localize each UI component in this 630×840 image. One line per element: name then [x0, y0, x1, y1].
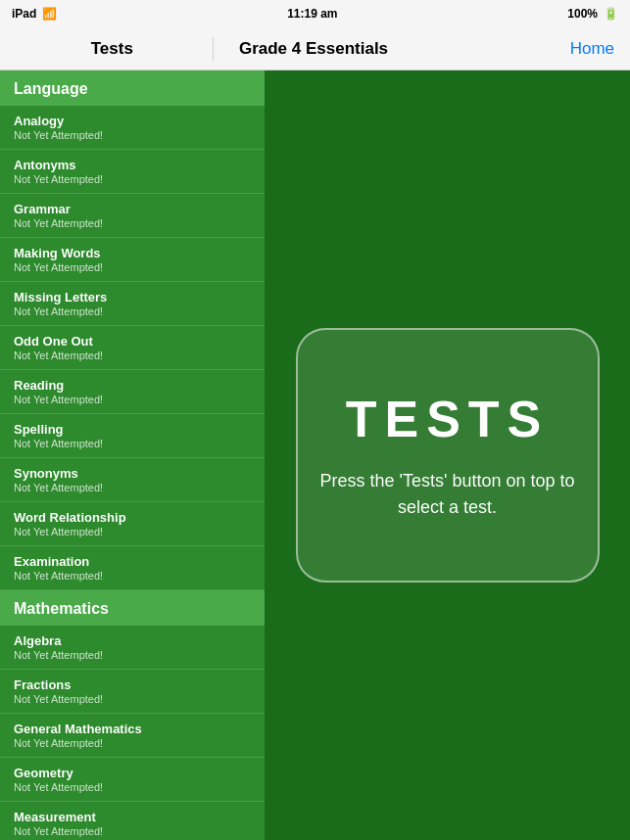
time-label: 11:19 am [287, 7, 337, 21]
item-title-0-4: Missing Letters [14, 290, 251, 304]
list-item-0-5[interactable]: Odd One OutNot Yet Attempted! [0, 326, 265, 370]
item-subtitle-1-2: Not Yet Attempted! [14, 737, 251, 749]
item-subtitle-1-0: Not Yet Attempted! [14, 649, 251, 661]
item-subtitle-0-9: Not Yet Attempted! [14, 526, 251, 537]
list-item-0-7[interactable]: SpellingNot Yet Attempted! [0, 414, 265, 458]
list-item-1-3[interactable]: GeometryNot Yet Attempted! [0, 758, 265, 802]
list-item-1-1[interactable]: FractionsNot Yet Attempted! [0, 670, 265, 714]
list-item-0-0[interactable]: AnalogyNot Yet Attempted! [0, 106, 265, 150]
nav-bar: Tests Grade 4 Essentials Home [0, 27, 630, 70]
list-item-0-10[interactable]: ExaminationNot Yet Attempted! [0, 546, 265, 590]
list-item-0-9[interactable]: Word RelationshipNot Yet Attempted! [0, 502, 265, 546]
item-title-0-0: Analogy [14, 114, 251, 128]
tests-big-title: TESTS [346, 390, 550, 448]
item-subtitle-0-8: Not Yet Attempted! [14, 482, 251, 493]
item-subtitle-0-5: Not Yet Attempted! [14, 350, 251, 361]
item-subtitle-0-2: Not Yet Attempted! [14, 217, 251, 229]
section-header-1: Mathematics [0, 590, 265, 626]
item-title-0-2: Grammar [14, 202, 251, 216]
battery-label: 100% [567, 7, 598, 21]
item-subtitle-0-1: Not Yet Attempted! [14, 173, 251, 185]
status-left: iPad 📶 [12, 7, 57, 21]
item-subtitle-0-4: Not Yet Attempted! [14, 305, 251, 317]
item-title-1-1: Fractions [14, 677, 251, 692]
item-subtitle-1-3: Not Yet Attempted! [14, 781, 251, 793]
list-item-1-4[interactable]: MeasurementNot Yet Attempted! [0, 802, 265, 840]
battery-icon: 🔋 [604, 7, 618, 21]
item-subtitle-0-6: Not Yet Attempted! [14, 394, 251, 405]
item-subtitle-0-0: Not Yet Attempted! [14, 129, 251, 141]
tests-instruction: Press the 'Tests' button on top to selec… [298, 468, 598, 521]
nav-title-grade: Grade 4 Essentials [214, 39, 414, 59]
status-bar: iPad 📶 11:19 am 100% 🔋 [0, 0, 630, 27]
tests-card: TESTS Press the 'Tests' button on top to… [296, 328, 600, 583]
home-button[interactable]: Home [413, 39, 630, 59]
carrier-label: iPad [12, 7, 36, 21]
list-item-0-8[interactable]: SynonymsNot Yet Attempted! [0, 458, 265, 502]
item-subtitle-1-4: Not Yet Attempted! [14, 825, 251, 837]
item-title-0-8: Synonyms [14, 466, 251, 481]
main-container: LanguageAnalogyNot Yet Attempted!Antonym… [0, 70, 630, 840]
item-title-0-7: Spelling [14, 422, 251, 437]
item-subtitle-0-7: Not Yet Attempted! [14, 438, 251, 449]
content-area: TESTS Press the 'Tests' button on top to… [265, 70, 630, 840]
list-item-0-2[interactable]: GrammarNot Yet Attempted! [0, 194, 265, 238]
list-item-1-0[interactable]: AlgebraNot Yet Attempted! [0, 626, 265, 670]
nav-title-tests[interactable]: Tests [0, 39, 213, 59]
item-title-1-2: General Mathematics [14, 722, 251, 736]
list-item-0-4[interactable]: Missing LettersNot Yet Attempted! [0, 282, 265, 326]
item-title-1-0: Algebra [14, 633, 251, 648]
list-item-0-6[interactable]: ReadingNot Yet Attempted! [0, 370, 265, 414]
item-title-0-1: Antonyms [14, 158, 251, 172]
list-item-0-1[interactable]: AntonymsNot Yet Attempted! [0, 150, 265, 194]
item-subtitle-1-1: Not Yet Attempted! [14, 693, 251, 705]
item-title-1-4: Measurement [14, 810, 251, 824]
status-right: 100% 🔋 [567, 7, 618, 21]
list-item-1-2[interactable]: General MathematicsNot Yet Attempted! [0, 714, 265, 758]
item-title-0-3: Making Words [14, 246, 251, 260]
item-subtitle-0-3: Not Yet Attempted! [14, 261, 251, 273]
item-title-0-9: Word Relationship [14, 510, 251, 525]
item-subtitle-0-10: Not Yet Attempted! [14, 570, 251, 582]
item-title-0-10: Examination [14, 554, 251, 569]
section-header-0: Language [0, 70, 265, 106]
item-title-1-3: Geometry [14, 766, 251, 780]
item-title-0-6: Reading [14, 378, 251, 393]
sidebar: LanguageAnalogyNot Yet Attempted!Antonym… [0, 70, 265, 840]
wifi-icon: 📶 [42, 7, 57, 21]
item-title-0-5: Odd One Out [14, 334, 251, 349]
list-item-0-3[interactable]: Making WordsNot Yet Attempted! [0, 238, 265, 282]
